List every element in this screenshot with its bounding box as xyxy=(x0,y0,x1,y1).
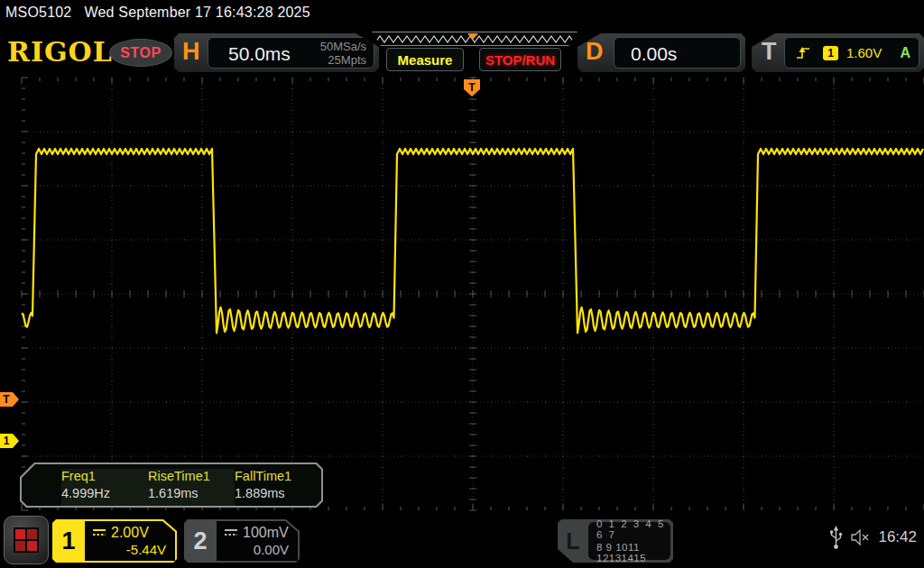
header: RIGOL STOP H 50.0ms 50MSa/s 25Mpts Measu… xyxy=(0,29,924,76)
measurement-value: 1.889ms xyxy=(235,486,321,500)
measurement-item[interactable]: FallTime1 1.889ms xyxy=(235,469,321,506)
system-tray: 16:42 xyxy=(829,525,917,550)
channel2-number: 2 xyxy=(184,519,217,563)
logic-row-bottom: 8 9 1011 12131415 xyxy=(596,542,670,563)
channel1-scale: 2.00V xyxy=(92,525,149,541)
trigger-inset: 1 1.60V A xyxy=(784,37,919,69)
delay-value: 0.00s xyxy=(631,43,677,65)
channel1-scale-value: 2.00V xyxy=(111,525,149,541)
trigger-source-badge: 1 xyxy=(823,46,838,60)
trigger-sweep-mode: A xyxy=(900,45,910,61)
measurement-panel-inner: Freq1 4.999Hz RiseTime1 1.619ms FallTime… xyxy=(22,464,321,506)
delay-panel[interactable]: D 0.00s xyxy=(578,33,745,72)
logic-label: L xyxy=(558,519,588,563)
channel2-offset: 0.00V xyxy=(254,542,289,557)
logic-channels: 0 1 2 3 4 5 6 7 8 9 1011 12131415 xyxy=(588,522,670,560)
stop-run-button[interactable]: STOP/RUN xyxy=(479,48,561,71)
clock: 16:42 xyxy=(878,528,917,546)
usb-icon xyxy=(829,525,843,550)
measurement-label: Freq1 xyxy=(61,469,148,483)
measurement-value: 1.619ms xyxy=(148,486,235,500)
channel2-inner: 100mV 0.00V xyxy=(217,521,298,561)
acquisition-rates: 50MSa/s 25Mpts xyxy=(320,40,366,67)
dc-coupling-icon xyxy=(224,528,238,537)
channel1-number: 1 xyxy=(52,519,85,563)
trigger-position-marker[interactable]: T xyxy=(464,79,480,96)
measurement-value: 4.999Hz xyxy=(61,486,148,500)
delay-inset: 0.00s xyxy=(614,37,741,69)
horizontal-panel[interactable]: H 50.0ms 50MSa/s 25Mpts xyxy=(174,33,379,72)
channel2-scale-value: 100mV xyxy=(243,525,289,541)
menu-button[interactable] xyxy=(4,516,49,564)
speaker-muted-icon xyxy=(851,528,870,546)
sample-rate: 50MSa/s xyxy=(320,40,366,53)
bottom-bar: 1 2.00V -5.44V 2 100mV 0.00V xyxy=(0,512,924,568)
svg-text:1: 1 xyxy=(4,435,10,447)
trigger-level-marker[interactable]: T xyxy=(0,392,19,407)
rising-edge-icon xyxy=(795,45,811,60)
measurement-label: FallTime1 xyxy=(235,469,321,483)
delay-label: D xyxy=(586,38,604,66)
model-name: MSO5102 xyxy=(5,5,71,20)
measurement-item[interactable]: RiseTime1 1.619ms xyxy=(148,469,235,506)
trigger-panel[interactable]: T 1 1.60V A xyxy=(752,33,924,72)
measurement-label: RiseTime1 xyxy=(148,469,235,483)
dc-coupling-icon xyxy=(92,528,106,537)
memory-depth: 25Mpts xyxy=(320,53,366,67)
datetime: Wed September 17 16:43:28 2025 xyxy=(84,5,310,20)
timebase-value: 50.0ms xyxy=(228,43,291,65)
overview-zigzag xyxy=(373,32,577,45)
svg-text:T: T xyxy=(468,81,476,94)
waveform-overview-bar[interactable] xyxy=(372,32,578,46)
horizontal-inset: 50.0ms 50MSa/s 25Mpts xyxy=(208,37,374,69)
measurement-panel[interactable]: Freq1 4.999Hz RiseTime1 1.619ms FallTime… xyxy=(20,463,323,508)
svg-text:T: T xyxy=(3,393,10,406)
channel2-block[interactable]: 2 100mV 0.00V xyxy=(184,519,300,563)
rigol-logo: RIGOL xyxy=(7,36,113,68)
channel1-ground-marker[interactable]: 1 xyxy=(0,434,19,448)
measure-button[interactable]: Measure xyxy=(386,48,464,71)
logic-analyzer-block[interactable]: L 0 1 2 3 4 5 6 7 8 9 1011 12131415 xyxy=(558,519,673,563)
channel2-scale: 100mV xyxy=(224,525,289,541)
status-bar: MSO5102Wed September 17 16:43:28 2025 xyxy=(5,5,310,21)
channel1-offset: -5.44V xyxy=(126,542,166,557)
trigger-level-value: 1.60V xyxy=(846,45,882,60)
logic-row-top: 0 1 2 3 4 5 6 7 xyxy=(596,518,670,540)
channel1-inner: 2.00V -5.44V xyxy=(85,521,175,561)
menu-grid-icon xyxy=(14,527,39,553)
measurement-item[interactable]: Freq1 4.999Hz xyxy=(61,469,148,506)
trigger-label: T xyxy=(762,38,777,66)
run-state-badge: STOP xyxy=(109,39,172,67)
horizontal-label: H xyxy=(182,38,200,66)
channel1-block[interactable]: 1 2.00V -5.44V xyxy=(52,519,177,563)
